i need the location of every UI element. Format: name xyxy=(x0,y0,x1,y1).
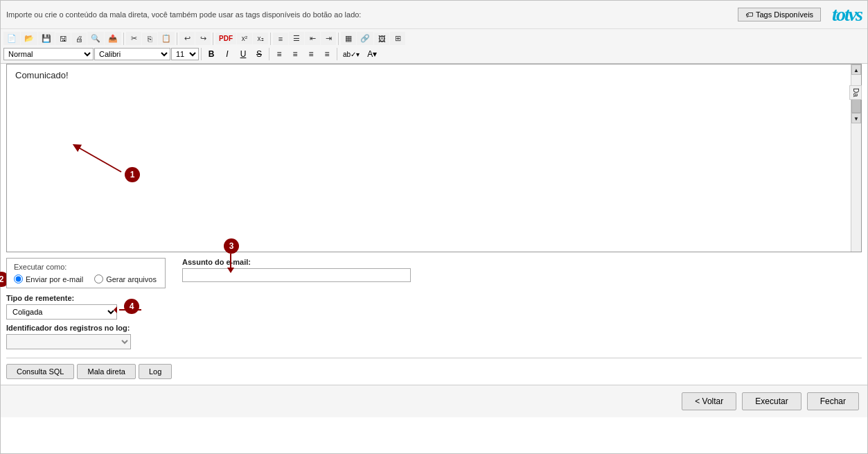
superscript-button[interactable]: x² xyxy=(237,33,252,44)
separator4 xyxy=(270,33,271,45)
fechar-button[interactable]: Fechar xyxy=(807,392,859,410)
preview-button[interactable]: 🔍 xyxy=(87,32,104,45)
format-select[interactable]: Normal Heading 1 Heading 2 xyxy=(3,48,94,60)
ident-select[interactable] xyxy=(6,334,131,349)
execute-as-box: Executar como: Enviar por e-mail Gerar a… xyxy=(6,258,166,288)
align-right-button[interactable]: ≡ xyxy=(303,48,319,60)
cut-button[interactable]: ✂ xyxy=(126,32,141,45)
radio-send-email[interactable]: Enviar por e-mail xyxy=(14,274,83,283)
save-button[interactable]: 💾 xyxy=(38,32,55,45)
grid-button[interactable]: ⊞ xyxy=(390,32,405,45)
radio-send-email-input[interactable] xyxy=(14,274,23,283)
separator2 xyxy=(177,33,177,45)
da-label: Da xyxy=(849,85,862,100)
tipo-section: Tipo de remetente: Coligada Empresa Fili… xyxy=(1,288,867,320)
annotation-1: 1 xyxy=(125,167,140,182)
assunto-input[interactable] xyxy=(182,268,411,282)
table-button[interactable]: ▦ xyxy=(341,32,356,45)
bottom-tabs: Consulta SQL Mala direta Log xyxy=(6,358,862,379)
spell-check-button[interactable]: ab✓▾ xyxy=(339,49,363,60)
annotation-num-4: 4 xyxy=(124,299,139,314)
scroll-up[interactable]: ▲ xyxy=(851,64,861,75)
main-wrapper: Importe ou crie o conteúdo da mala diret… xyxy=(0,0,868,454)
paste-button[interactable]: 📋 xyxy=(158,32,175,45)
export-button[interactable]: 📤 xyxy=(105,32,121,45)
pdf-button[interactable]: PDF xyxy=(215,33,236,44)
header-row: Importe ou crie o conteúdo da mala diret… xyxy=(1,1,867,29)
header-info: Importe ou crie o conteúdo da mala diret… xyxy=(6,10,361,19)
toolbar-area: 📄 📂 💾 🖫 🖨 🔍 📤 ✂ ⎘ 📋 ↩ ↪ PDF x² x₂ ≡ ☰ ⇤ … xyxy=(1,29,867,64)
assunto-label: Assunto do e-mail: xyxy=(182,258,411,266)
annotation-num-1: 1 xyxy=(125,167,140,182)
subscript-button[interactable]: x₂ xyxy=(253,33,268,44)
separator1 xyxy=(123,33,124,45)
toolbar-row1: 📄 📂 💾 🖫 🖨 🔍 📤 ✂ ⎘ 📋 ↩ ↪ PDF x² x₂ ≡ ☰ ⇤ … xyxy=(3,30,865,46)
editor-content: Comunicado! xyxy=(15,70,847,80)
link-button[interactable]: 🔗 xyxy=(357,32,373,45)
totvs-logo: totvs xyxy=(832,3,862,26)
tags-button[interactable]: Tags Disponíveis xyxy=(738,8,821,21)
open-button[interactable]: 📂 xyxy=(21,32,37,45)
undo-button[interactable]: ↩ xyxy=(179,32,195,45)
annotation-3: 3 xyxy=(224,238,239,254)
bottom-section: 2 Executar como: Enviar por e-mail Gerar… xyxy=(1,252,867,288)
separator6 xyxy=(201,48,202,60)
list-ordered-button[interactable]: ≡ xyxy=(273,33,288,45)
separator5 xyxy=(338,33,339,45)
italic-button[interactable]: I xyxy=(220,48,235,60)
annotation-num-3: 3 xyxy=(224,238,239,254)
copy-button[interactable]: ⎘ xyxy=(142,33,157,45)
tab-mala-direta[interactable]: Mala direta xyxy=(77,364,135,379)
tipo-select[interactable]: Coligada Empresa Filial xyxy=(6,304,117,320)
radio-generate-files[interactable]: Gerar arquivos xyxy=(94,274,157,283)
separator3 xyxy=(213,33,213,45)
size-select[interactable]: 8910 111214 xyxy=(171,48,199,60)
align-justify-button[interactable]: ≡ xyxy=(319,48,335,60)
scroll-down[interactable]: ▼ xyxy=(851,113,861,123)
separator8 xyxy=(337,48,337,60)
tab-log[interactable]: Log xyxy=(139,364,172,379)
annotation-4: 4 xyxy=(124,299,139,314)
voltar-button[interactable]: < Voltar xyxy=(682,392,736,410)
font-select[interactable]: Calibri Arial Times New Roman xyxy=(94,48,170,60)
underline-button[interactable]: U xyxy=(236,48,251,60)
editor-wrapper: Comunicado! ▲ ▼ Da 1 xyxy=(6,64,862,252)
align-left-button[interactable]: ≡ xyxy=(272,48,287,60)
toolbar-row2: Normal Heading 1 Heading 2 Calibri Arial… xyxy=(3,46,865,62)
align-group: ≡ ≡ ≡ ≡ xyxy=(272,48,335,60)
editor-body[interactable]: Comunicado! xyxy=(7,64,861,252)
execute-as-label: Executar como: xyxy=(14,263,158,271)
save-as-button[interactable]: 🖫 xyxy=(55,33,71,45)
font-color-button[interactable]: A▾ xyxy=(364,48,380,60)
strikethrough-button[interactable]: S xyxy=(251,48,267,60)
align-center-button[interactable]: ≡ xyxy=(287,48,303,60)
separator7 xyxy=(269,48,269,60)
executar-button[interactable]: Executar xyxy=(742,392,801,410)
image-button[interactable]: 🖼 xyxy=(374,33,389,45)
assunto-section: 3 Assunto do e-mail: xyxy=(182,258,411,282)
footer-bar: < Voltar Executar Fechar xyxy=(1,385,867,417)
ident-section: Identificador dos registros no log: xyxy=(1,320,867,349)
execute-section-wrapper: 2 Executar como: Enviar por e-mail Gerar… xyxy=(6,258,166,288)
indent-increase-button[interactable]: ⇥ xyxy=(321,32,336,45)
bold-button[interactable]: B xyxy=(204,48,219,60)
tipo-select-wrapper: Coligada Empresa Filial 4 xyxy=(6,304,117,320)
print-button[interactable]: 🖨 xyxy=(71,33,87,45)
list-unordered-button[interactable]: ☰ xyxy=(289,32,304,45)
tab-consulta-sql[interactable]: Consulta SQL xyxy=(6,364,74,379)
new-doc-button[interactable]: 📄 xyxy=(3,32,20,45)
radio-generate-files-input[interactable] xyxy=(94,274,103,283)
ident-label: Identificador dos registros no log: xyxy=(6,324,862,332)
radio-row: Enviar por e-mail Gerar arquivos xyxy=(14,274,158,283)
indent-decrease-button[interactable]: ⇤ xyxy=(305,32,320,45)
redo-button[interactable]: ↪ xyxy=(195,32,211,45)
